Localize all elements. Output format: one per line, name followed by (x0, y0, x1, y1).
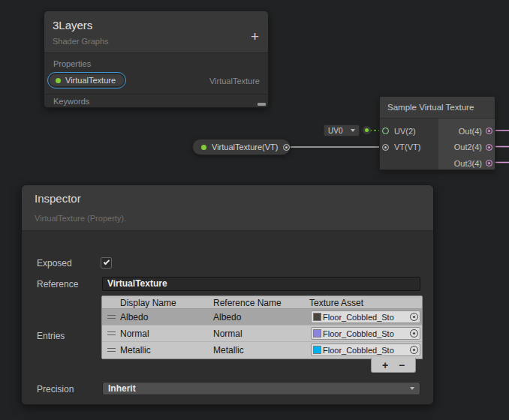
exposed-label: Exposed (37, 258, 72, 268)
blackboard-panel: 3Layers Shader Graphs + Properties Virtu… (44, 10, 269, 108)
inspector-panel: Inspector VirtualTexture (Property). Exp… (21, 184, 434, 405)
property-type-label: VirtualTexture (209, 76, 260, 86)
default-uv-dot-icon (363, 126, 371, 134)
out3-port-icon[interactable] (486, 160, 492, 166)
display-name-cell[interactable]: Albedo (120, 312, 148, 322)
property-name: VirtualTexture (65, 76, 116, 85)
property-dot-icon (56, 78, 61, 83)
uv-input-port-icon[interactable] (382, 128, 389, 134)
texture-swatch (313, 346, 321, 354)
table-row-normal[interactable]: Normal Normal Floor_Cobbled_Sto (102, 326, 422, 342)
inspector-title: Inspector (35, 192, 81, 205)
output-label-out3: Out3(4) (454, 159, 482, 168)
property-node-label: VirtualTexture(VT) (212, 142, 278, 152)
drag-handle-icon[interactable] (107, 348, 116, 352)
property-output-port-icon[interactable] (283, 144, 290, 151)
uv-channel-value: UV0 (328, 127, 342, 135)
add-property-button[interactable]: + (251, 29, 259, 44)
column-reference-name: Reference Name (213, 298, 282, 308)
out1-port-icon[interactable] (486, 128, 492, 134)
vt-input-port-icon[interactable] (382, 144, 389, 151)
chevron-down-icon (351, 129, 355, 132)
inspector-subtitle: VirtualTexture (Property). (35, 214, 126, 223)
precision-value: Inherit (108, 383, 136, 394)
entries-table: Display Name Reference Name Texture Asse… (101, 296, 423, 359)
object-picker-icon[interactable] (410, 313, 418, 321)
exposed-checkbox[interactable] (101, 257, 112, 268)
inspector-header[interactable]: Inspector VirtualTexture (Property). (22, 185, 433, 231)
keywords-section-label: Keywords (53, 97, 89, 106)
reference-name-cell[interactable]: Albedo (213, 312, 241, 322)
display-name-cell[interactable]: Metallic (120, 345, 151, 356)
texture-swatch (313, 313, 321, 321)
column-display-name: Display Name (120, 298, 176, 308)
check-icon (104, 259, 110, 265)
input-label-uv: UV(2) (394, 127, 416, 136)
chevron-down-icon (410, 387, 414, 390)
uv-channel-dropdown[interactable]: UV0 (324, 124, 360, 136)
table-row-metallic[interactable]: Metallic Metallic Floor_Cobbled_Sto (102, 342, 422, 358)
column-texture-asset: Texture Asset (309, 298, 363, 308)
property-dot-icon (201, 145, 206, 150)
texture-asset-field[interactable]: Floor_Cobbled_Sto (311, 327, 420, 340)
drag-handle-icon[interactable] (107, 315, 116, 319)
object-picker-icon[interactable] (410, 346, 418, 354)
out2-port-icon[interactable] (486, 144, 492, 151)
properties-section-label: Properties (53, 59, 91, 68)
table-row-albedo[interactable]: Albedo Albedo Floor_Cobbled_Sto (102, 309, 422, 326)
display-name-cell[interactable]: Normal (120, 328, 149, 339)
property-pill-selection: VirtualTexture (47, 72, 126, 88)
section-divider (44, 94, 268, 94)
texture-name: Floor_Cobbled_Sto (323, 313, 394, 322)
entries-label: Entries (37, 331, 65, 341)
shader-graph-window: { "colors": { "background": "#212223", "… (0, 0, 509, 420)
input-label-vt: VT(VT) (394, 142, 420, 152)
object-picker-icon[interactable] (410, 329, 418, 338)
resize-handle[interactable] (258, 103, 266, 106)
reference-name-cell[interactable]: Normal (213, 328, 242, 339)
property-pill-virtualtexture[interactable]: VirtualTexture (49, 74, 125, 87)
texture-asset-field[interactable]: Floor_Cobbled_Sto (311, 344, 420, 356)
graph-title: 3Layers (53, 19, 92, 32)
virtualtexture-property-node[interactable]: VirtualTexture(VT) (192, 139, 291, 155)
reference-label: Reference (37, 279, 78, 290)
texture-asset-field[interactable]: Floor_Cobbled_Sto (311, 310, 420, 323)
reference-name-cell[interactable]: Metallic (213, 345, 244, 356)
texture-swatch (313, 329, 321, 338)
output-label-out1: Out(4) (459, 127, 482, 136)
texture-name: Floor_Cobbled_Sto (323, 346, 394, 355)
graph-subtitle: Shader Graphs (53, 37, 109, 46)
blackboard-header[interactable]: 3Layers Shader Graphs + (44, 11, 268, 53)
drag-handle-icon[interactable] (107, 332, 116, 335)
reference-input[interactable]: VirtualTexture (102, 277, 420, 291)
output-label-out2: Out2(4) (454, 142, 482, 152)
entries-table-header: Display Name Reference Name Texture Asse… (102, 296, 422, 309)
node-title[interactable]: Sample Virtual Texture (380, 97, 495, 118)
texture-name: Floor_Cobbled_Sto (323, 329, 394, 338)
precision-dropdown[interactable]: Inherit (102, 382, 420, 395)
sample-virtual-texture-node[interactable]: Sample Virtual Texture UV(2) VT(VT) Out(… (379, 96, 495, 170)
add-entry-button[interactable]: + (382, 360, 388, 370)
precision-label: Precision (37, 384, 74, 394)
entries-list-toolbar: + − (371, 358, 416, 373)
remove-entry-button[interactable]: − (399, 360, 405, 370)
